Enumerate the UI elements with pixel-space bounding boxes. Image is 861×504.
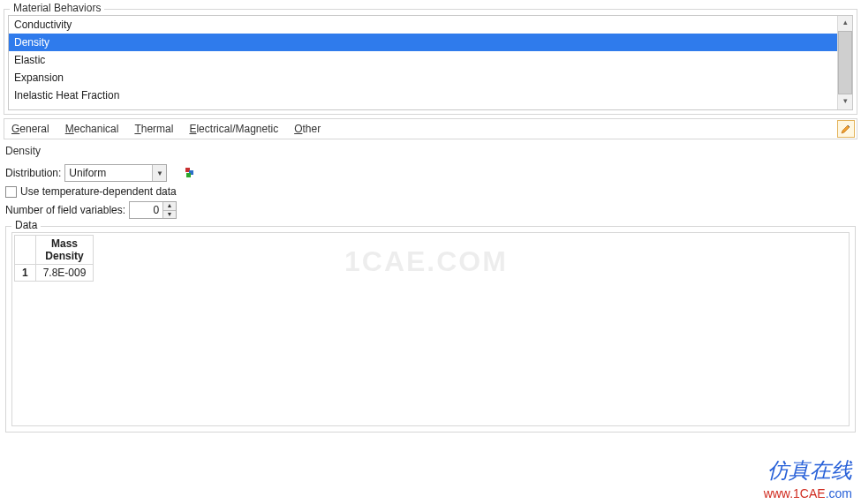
- field-vars-spinner[interactable]: 0 ▲ ▼: [129, 201, 177, 219]
- material-behaviors-group: Material Behaviors Conductivity Density …: [4, 9, 857, 115]
- scroll-up-icon[interactable]: ▴: [838, 16, 852, 31]
- menu-mechanical-rest: echanical: [74, 123, 119, 135]
- color-cubes-icon: [183, 166, 197, 180]
- data-legend: Data: [11, 219, 41, 231]
- menu-general-rest: eneral: [19, 123, 49, 135]
- scroll-down-icon[interactable]: ▾: [838, 94, 852, 109]
- field-output-icon[interactable]: [183, 166, 197, 180]
- watermark-url: www.1CAE.com: [764, 486, 852, 500]
- menu-thermal-rest: hermal: [141, 123, 174, 135]
- behavior-item-elastic[interactable]: Elastic: [9, 51, 837, 69]
- behaviors-listbox[interactable]: Conductivity Density Elastic Expansion I…: [8, 15, 853, 110]
- spinner-up-icon[interactable]: ▲: [163, 202, 176, 211]
- chevron-down-icon: ▼: [152, 165, 166, 181]
- table-cell-mass-density[interactable]: 7.8E-009: [35, 265, 94, 282]
- table-row[interactable]: 1 7.8E-009: [15, 265, 94, 282]
- pencil-icon: [841, 124, 851, 134]
- menu-thermal[interactable]: Thermal: [134, 123, 173, 135]
- menu-electrical-rest: lectrical/Magnetic: [196, 123, 278, 135]
- menu-other[interactable]: Other: [294, 123, 321, 135]
- behavior-item-inelastic-heat-fraction[interactable]: Inelastic Heat Fraction: [9, 87, 837, 104]
- category-menubar: General Mechanical Thermal Electrical/Ma…: [4, 118, 857, 139]
- behavior-item-density[interactable]: Density: [9, 34, 837, 51]
- material-behaviors-legend: Material Behaviors: [10, 2, 104, 14]
- table-corner: [15, 236, 36, 265]
- data-group: Data MassDensity 1 7.8E-009: [5, 226, 856, 433]
- temp-dependent-label: Use temperature-dependent data: [20, 185, 177, 198]
- table-header-mass-density: MassDensity: [35, 236, 94, 265]
- field-vars-row: Number of field variables: 0 ▲ ▼: [5, 201, 856, 219]
- field-vars-value: 0: [130, 202, 162, 218]
- menu-electrical[interactable]: Electrical/Magnetic: [189, 123, 278, 135]
- table-row-number: 1: [15, 265, 36, 282]
- field-vars-label: Number of field variables:: [5, 204, 125, 216]
- menu-mechanical[interactable]: Mechanical: [65, 123, 119, 135]
- data-table[interactable]: MassDensity 1 7.8E-009: [14, 235, 94, 282]
- menu-other-rest: ther: [303, 123, 321, 135]
- behavior-item-expansion[interactable]: Expansion: [9, 69, 837, 87]
- temp-dependent-row: Use temperature-dependent data: [5, 185, 856, 198]
- distribution-row: Distribution: Uniform ▼: [5, 164, 856, 182]
- spinner-down-icon[interactable]: ▼: [163, 211, 176, 219]
- distribution-combo[interactable]: Uniform ▼: [64, 164, 167, 182]
- distribution-label: Distribution:: [5, 167, 61, 179]
- distribution-value: Uniform: [69, 167, 106, 179]
- behavior-item-conductivity[interactable]: Conductivity: [9, 16, 837, 34]
- edit-button[interactable]: [837, 120, 855, 138]
- temp-dependent-checkbox[interactable]: [5, 186, 17, 198]
- svg-rect-2: [186, 173, 191, 177]
- scroll-thumb[interactable]: [838, 31, 852, 94]
- menu-general[interactable]: General: [11, 123, 49, 135]
- watermark-cn: 仿真在线: [767, 456, 852, 485]
- data-panel: MassDensity 1 7.8E-009: [11, 232, 850, 426]
- behaviors-scrollbar[interactable]: ▴ ▾: [837, 16, 852, 109]
- section-title: Density: [5, 145, 856, 157]
